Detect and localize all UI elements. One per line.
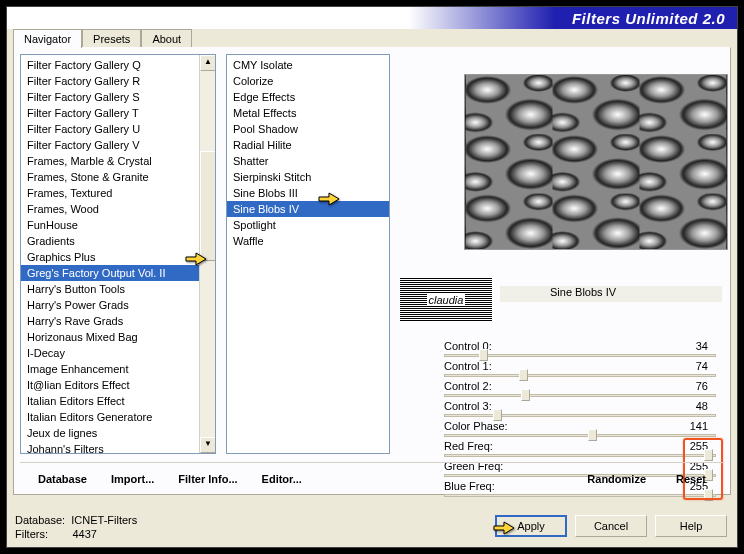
list-item[interactable]: FunHouse bbox=[21, 217, 215, 233]
slider-track[interactable] bbox=[444, 454, 716, 457]
button-row: Apply Cancel Help bbox=[495, 515, 727, 537]
list-item[interactable]: Frames, Wood bbox=[21, 201, 215, 217]
slider-value: 48 bbox=[696, 400, 708, 412]
filter-info-link[interactable]: Filter Info... bbox=[178, 473, 237, 485]
reset-link[interactable]: Reset bbox=[676, 473, 706, 485]
randomize-link[interactable]: Randomize bbox=[587, 473, 646, 485]
tab-presets[interactable]: Presets bbox=[82, 29, 141, 48]
list-item[interactable]: Italian Editors Generatore bbox=[21, 409, 215, 425]
list-item[interactable]: Radial Hilite bbox=[227, 137, 389, 153]
slider-track[interactable] bbox=[444, 374, 716, 377]
list-item[interactable]: Jeux de lignes bbox=[21, 425, 215, 441]
preview-image bbox=[464, 74, 728, 250]
help-button[interactable]: Help bbox=[655, 515, 727, 537]
list-item[interactable]: Colorize bbox=[227, 73, 389, 89]
list-item[interactable]: Filter Factory Gallery V bbox=[21, 137, 215, 153]
editor-link[interactable]: Editor... bbox=[262, 473, 302, 485]
database-link[interactable]: Database bbox=[38, 473, 87, 485]
list-item[interactable]: Harry's Button Tools bbox=[21, 281, 215, 297]
main-panel: Filter Factory Gallery QFilter Factory G… bbox=[13, 47, 731, 495]
list-item[interactable]: Filter Factory Gallery U bbox=[21, 121, 215, 137]
list-item[interactable]: I-Decay bbox=[21, 345, 215, 361]
list-item[interactable]: Italian Editors Effect bbox=[21, 393, 215, 409]
scroll-down-icon[interactable]: ▼ bbox=[200, 437, 216, 453]
slider-value: 74 bbox=[696, 360, 708, 372]
list-item[interactable]: Horizonaus Mixed Bag bbox=[21, 329, 215, 345]
slider-track[interactable] bbox=[444, 494, 716, 497]
list-item[interactable]: Frames, Marble & Crystal bbox=[21, 153, 215, 169]
import-link[interactable]: Import... bbox=[111, 473, 154, 485]
list-item[interactable]: Edge Effects bbox=[227, 89, 389, 105]
list-item[interactable]: Filter Factory Gallery R bbox=[21, 73, 215, 89]
logo-text: claudia bbox=[427, 294, 466, 306]
slider-label: Control 2: bbox=[444, 380, 492, 392]
link-bar: Database Import... Filter Info... Editor… bbox=[20, 462, 724, 488]
app-title: Filters Unlimited 2.0 bbox=[572, 10, 725, 27]
list-item[interactable]: It@lian Editors Effect bbox=[21, 377, 215, 393]
list-item[interactable]: Filter Factory Gallery S bbox=[21, 89, 215, 105]
tab-about[interactable]: About bbox=[141, 29, 192, 48]
tab-navigator[interactable]: Navigator bbox=[13, 29, 82, 48]
slider-row: Control 0:34 bbox=[444, 340, 716, 360]
scroll-thumb[interactable] bbox=[200, 151, 216, 261]
list-item[interactable]: Filter Factory Gallery T bbox=[21, 105, 215, 121]
title-bar: Filters Unlimited 2.0 bbox=[7, 7, 737, 29]
list-item[interactable]: CMY Isolate bbox=[227, 57, 389, 73]
slider-label: Color Phase: bbox=[444, 420, 508, 432]
list-item[interactable]: Image Enhancement bbox=[21, 361, 215, 377]
list-item[interactable]: Frames, Textured bbox=[21, 185, 215, 201]
slider-track[interactable] bbox=[444, 394, 716, 397]
list-item[interactable]: Frames, Stone & Granite bbox=[21, 169, 215, 185]
apply-button[interactable]: Apply bbox=[495, 515, 567, 537]
status-bar: Database: ICNET-Filters Filters: 4437 bbox=[15, 513, 137, 541]
cancel-button[interactable]: Cancel bbox=[575, 515, 647, 537]
scrollbar[interactable]: ▲ ▼ bbox=[199, 55, 215, 453]
svg-rect-5 bbox=[466, 75, 727, 249]
slider-track[interactable] bbox=[444, 434, 716, 437]
list-item[interactable]: Sierpinski Stitch bbox=[227, 169, 389, 185]
list-item[interactable]: Filter Factory Gallery Q bbox=[21, 57, 215, 73]
list-item[interactable]: Waffle bbox=[227, 233, 389, 249]
slider-row: Control 2:76 bbox=[444, 380, 716, 400]
slider-row: Red Freq:255 bbox=[444, 440, 716, 460]
list-item[interactable]: Metal Effects bbox=[227, 105, 389, 121]
filter-list[interactable]: CMY IsolateColorizeEdge EffectsMetal Eff… bbox=[226, 54, 390, 454]
filter-name-label: Sine Blobs IV bbox=[500, 286, 722, 302]
slider-label: Control 3: bbox=[444, 400, 492, 412]
slider-value: 141 bbox=[690, 420, 708, 432]
slider-value: 34 bbox=[696, 340, 708, 352]
list-item[interactable]: Sine Blobs III bbox=[227, 185, 389, 201]
slider-value: 76 bbox=[696, 380, 708, 392]
list-item[interactable]: Spotlight bbox=[227, 217, 389, 233]
list-item[interactable]: Gradients bbox=[21, 233, 215, 249]
scroll-up-icon[interactable]: ▲ bbox=[200, 55, 216, 71]
slider-label: Control 1: bbox=[444, 360, 492, 372]
list-item[interactable]: Greg's Factory Output Vol. II bbox=[21, 265, 215, 281]
list-item[interactable]: Harry's Rave Grads bbox=[21, 313, 215, 329]
list-item[interactable]: Shatter bbox=[227, 153, 389, 169]
slider-row: Control 3:48 bbox=[444, 400, 716, 420]
preview-area: claudia Sine Blobs IV Control 0:34Contro… bbox=[400, 54, 722, 454]
list-item[interactable]: Graphics Plus bbox=[21, 249, 215, 265]
category-list[interactable]: Filter Factory Gallery QFilter Factory G… bbox=[20, 54, 216, 454]
list-item[interactable]: Harry's Power Grads bbox=[21, 297, 215, 313]
list-item[interactable]: Johann's Filters bbox=[21, 441, 215, 454]
author-logo: claudia bbox=[400, 278, 492, 322]
slider-track[interactable] bbox=[444, 414, 716, 417]
slider-label: Red Freq: bbox=[444, 440, 493, 452]
list-item[interactable]: Sine Blobs IV bbox=[227, 201, 389, 217]
slider-row: Color Phase:141 bbox=[444, 420, 716, 440]
tab-bar: Navigator Presets About bbox=[13, 29, 192, 48]
slider-row: Control 1:74 bbox=[444, 360, 716, 380]
list-item[interactable]: Pool Shadow bbox=[227, 121, 389, 137]
